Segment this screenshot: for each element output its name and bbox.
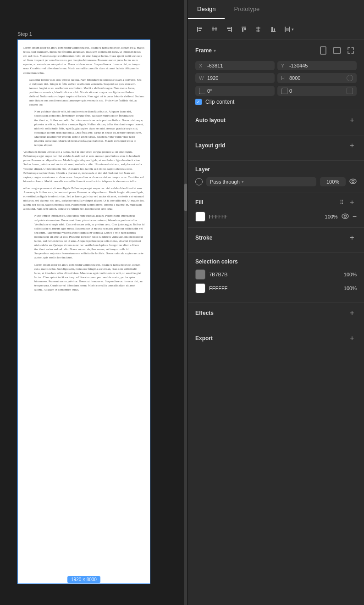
svg-rect-10 — [242, 28, 243, 32]
export-add-btn[interactable]: + — [347, 334, 357, 343]
align-left-btn[interactable] — [193, 23, 206, 36]
svg-rect-2 — [199, 30, 201, 31]
frame-header: Frame ▾ — [195, 45, 357, 56]
frame-landscape-btn[interactable] — [331, 45, 343, 56]
layout-grid-header: Layout grid + — [195, 141, 357, 150]
layer-mode-icon — [195, 178, 203, 185]
align-center-h-btn[interactable] — [252, 23, 265, 36]
constraint-icon — [347, 88, 353, 94]
frame-portrait-btn[interactable] — [317, 45, 329, 56]
frame-dropdown-arrow[interactable]: ▾ — [214, 48, 216, 53]
align-toolbar: ▾ — [188, 19, 364, 40]
selection-color-hex-0: 7B7B7B — [209, 272, 332, 277]
fill-color-swatch[interactable] — [195, 212, 205, 222]
align-right-btn[interactable] — [223, 23, 236, 36]
clip-label: Clip content — [205, 99, 234, 105]
angle-value: 0° — [207, 88, 271, 94]
canvas-scrollbar-thumb[interactable] — [184, 184, 187, 211]
canvas-frame[interactable]: Lorem ipsum dolor sit amet, consectetur … — [17, 39, 150, 584]
svg-point-26 — [344, 215, 346, 218]
svg-rect-9 — [242, 27, 246, 28]
effects-section: Effects + — [188, 303, 364, 328]
selection-color-swatch-0[interactable] — [195, 269, 205, 280]
distribute-dropdown[interactable]: ▾ — [281, 24, 297, 34]
radius-field[interactable]: 0 — [277, 86, 357, 96]
fill-visibility-icon[interactable] — [342, 213, 349, 220]
canvas-scrollbar[interactable] — [184, 0, 187, 605]
selection-color-row-0: 7B7B7B 100% — [195, 269, 357, 280]
selection-color-row-1: FFFFFF 100% — [195, 283, 357, 293]
fill-row: FFFFFF 100% − — [195, 212, 357, 222]
fill-add-btn[interactable]: + — [347, 198, 357, 207]
frame-title-row: Frame ▾ — [195, 47, 216, 54]
x-field[interactable]: X -63811 — [195, 61, 275, 70]
effects-add-btn[interactable]: + — [347, 308, 357, 318]
stroke-title: Stroke — [195, 235, 212, 241]
fill-options-icon[interactable]: ⠿ — [340, 199, 344, 206]
frame-content: Lorem ipsum dolor sit amet, consectetur … — [18, 40, 150, 300]
right-panel: Design Prototype — [188, 0, 364, 605]
h-label: H — [281, 75, 287, 81]
auto-layout-add-btn[interactable]: + — [347, 116, 357, 125]
clip-content-row: ✓ Clip content — [195, 99, 357, 105]
selection-colors-title: Selection colors — [195, 258, 238, 265]
step-label: Step 1 — [17, 31, 32, 37]
effects-title: Effects — [195, 310, 214, 316]
stroke-section: Stroke + — [188, 228, 364, 253]
stroke-header: Stroke + — [195, 233, 357, 242]
y-value: -130445 — [289, 63, 353, 68]
tab-bar: Design Prototype — [188, 0, 364, 19]
auto-layout-title: Auto layout — [195, 117, 226, 123]
align-top-btn[interactable] — [237, 23, 250, 36]
layer-opacity[interactable]: 100% — [320, 177, 346, 186]
fill-hex: FFFFFF — [209, 214, 314, 219]
blend-mode-value: Pass through — [210, 179, 240, 185]
svg-rect-11 — [244, 28, 246, 30]
svg-point-23 — [350, 179, 356, 184]
y-label: Y — [281, 63, 287, 68]
radius-icon — [281, 88, 287, 94]
blend-mode-dropdown[interactable]: Pass through ▾ — [206, 177, 316, 186]
auto-layout-header: Auto layout + — [195, 116, 357, 125]
svg-rect-16 — [271, 27, 273, 31]
align-bottom-btn[interactable] — [267, 23, 280, 36]
x-value: -63811 — [207, 63, 271, 68]
stroke-add-btn[interactable]: + — [347, 233, 357, 242]
export-section: Export + — [188, 328, 364, 353]
tab-design[interactable]: Design — [188, 0, 225, 19]
layout-grid-title: Layout grid — [195, 142, 225, 149]
align-center-v-btn[interactable] — [208, 23, 221, 36]
svg-rect-20 — [286, 28, 289, 31]
layer-visibility-icon[interactable] — [349, 178, 357, 185]
selection-color-opacity-1: 100% — [336, 286, 357, 291]
y-field[interactable]: Y -130445 — [277, 61, 357, 70]
h-field[interactable]: H 8000 — [277, 73, 357, 83]
clip-checkbox[interactable]: ✓ — [195, 99, 202, 105]
tab-prototype[interactable]: Prototype — [225, 0, 269, 19]
layer-title: Layer — [195, 166, 210, 173]
svg-rect-5 — [215, 27, 217, 31]
frame-title: Frame — [195, 47, 212, 54]
layer-row: Pass through ▾ 100% — [195, 177, 357, 186]
export-title: Export — [195, 335, 213, 342]
svg-rect-13 — [256, 27, 260, 29]
auto-layout-section: Auto layout + — [188, 110, 364, 135]
svg-rect-6 — [231, 27, 232, 32]
svg-rect-14 — [256, 30, 260, 32]
effects-header: Effects + — [195, 308, 357, 318]
w-field[interactable]: W 1920 — [195, 73, 275, 83]
svg-point-24 — [352, 180, 354, 183]
lock-ratio-icon[interactable] — [347, 75, 353, 81]
svg-rect-22 — [333, 48, 341, 53]
frame-resize-btn[interactable] — [345, 45, 357, 56]
selection-color-swatch-1[interactable] — [195, 283, 205, 293]
fill-remove-btn[interactable]: − — [353, 213, 357, 221]
angle-icon — [199, 88, 205, 94]
svg-rect-0 — [197, 27, 198, 32]
svg-rect-19 — [289, 27, 290, 32]
frame-size-label: 1920 × 8000 — [17, 576, 150, 583]
svg-rect-7 — [227, 28, 231, 29]
xy-fields: X -63811 Y -130445 — [195, 61, 357, 70]
angle-field[interactable]: 0° — [195, 86, 275, 96]
layout-grid-add-btn[interactable]: + — [347, 141, 357, 150]
